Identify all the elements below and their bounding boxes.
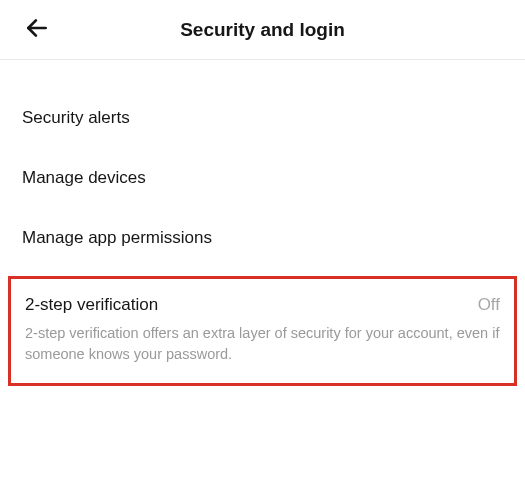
back-button[interactable] — [16, 7, 58, 52]
two-step-row: 2-step verification Off — [25, 295, 500, 315]
two-step-status: Off — [478, 295, 500, 315]
two-step-label: 2-step verification — [25, 295, 158, 315]
page-title: Security and login — [16, 19, 509, 41]
header: Security and login — [0, 0, 525, 60]
menu-item-label: Manage app permissions — [22, 228, 212, 247]
menu-item-security-alerts[interactable]: Security alerts — [0, 88, 525, 148]
menu-item-label: Security alerts — [22, 108, 130, 127]
menu-item-label: Manage devices — [22, 168, 146, 187]
menu-item-manage-devices[interactable]: Manage devices — [0, 148, 525, 208]
settings-list: Security alerts Manage devices Manage ap… — [0, 60, 525, 386]
two-step-description: 2-step verification offers an extra laye… — [25, 323, 500, 365]
arrow-left-icon — [24, 15, 50, 44]
menu-item-two-step-verification[interactable]: 2-step verification Off 2-step verificat… — [8, 276, 517, 386]
menu-item-manage-app-permissions[interactable]: Manage app permissions — [0, 208, 525, 268]
